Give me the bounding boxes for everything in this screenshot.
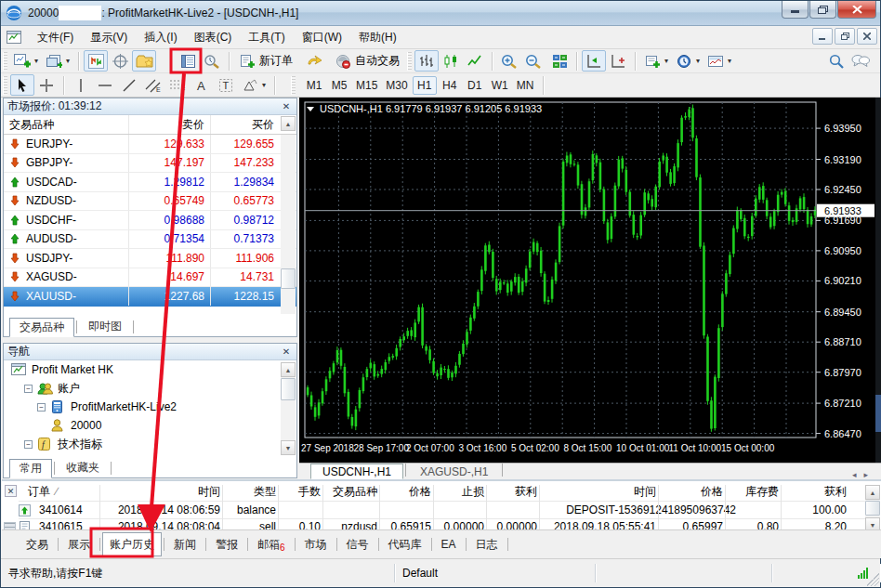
market-watch-tab[interactable]: 即时图 [79,317,131,336]
terminal-tab-3[interactable]: 新闻 [166,537,204,553]
resize-grip[interactable] [866,573,879,586]
timeframe-w1[interactable]: W1 [488,76,512,95]
market-watch-row[interactable]: XAUUSD-1227.681228.15 [4,287,296,307]
terminal-tab-8[interactable]: 代码库 [381,537,429,553]
column-header-symbol[interactable]: 交易品种 [4,115,129,134]
data-window-icon[interactable] [108,50,132,72]
navigator-header[interactable]: 导航 ✕ [4,344,296,360]
tile-windows-icon[interactable] [547,50,572,72]
market-watch-row[interactable]: GBPJPY-147.197147.233 [4,154,296,174]
menu-window[interactable]: 窗口(W) [294,26,350,49]
channel-icon[interactable]: E [141,74,165,96]
market-watch-row[interactable]: NZDUSD-0.657490.65773 [4,192,296,212]
periods-icon-caret[interactable]: ▾ [696,57,700,65]
terminal-tab-1[interactable]: 展示 [60,537,98,553]
undo-icon[interactable] [302,50,326,72]
market-watch-close-icon[interactable]: ✕ [280,101,293,111]
menu-file[interactable]: 文件(F) [29,26,82,49]
chart-shift-icon[interactable] [582,50,606,72]
minimize-button[interactable] [782,1,809,19]
terminal-tab-6[interactable]: 市场 [297,537,335,553]
profiles-icon-caret[interactable]: ▾ [66,57,70,65]
tree-item[interactable]: −账户 [4,379,282,398]
new-chart-icon-caret[interactable]: ▾ [664,57,668,65]
terminal-tab-ea[interactable]: EA [434,538,464,551]
crosshair-icon[interactable] [34,74,59,96]
market-watch-row[interactable]: USDCAD-1.298121.29834 [4,173,296,192]
fibonacci-icon[interactable]: F [165,74,190,96]
timeframe-d1[interactable]: D1 [463,76,487,95]
auto-scroll-icon[interactable] [606,50,630,72]
strategy-tester-icon[interactable] [200,50,224,72]
market-watch-row[interactable]: AUDUSD-0.713540.71373 [4,230,296,250]
navigator-tab[interactable]: 常用 [9,459,52,478]
scroll-up-icon[interactable]: ▲ [865,485,880,500]
arrows-icon[interactable] [238,74,262,96]
zoom-in-icon[interactable] [497,50,521,72]
menu-charts[interactable]: 图表(C) [186,26,241,49]
timeframe-m15[interactable]: M15 [352,76,381,95]
menu-insert[interactable]: 插入(I) [136,26,185,49]
orders-column-header[interactable]: 订单 ∕ [28,483,102,500]
market-watch-row[interactable]: EURJPY-129.633129.655 [4,135,296,154]
terminal-tab-7[interactable]: 信号 [339,537,376,553]
market-watch-row[interactable]: USDJPY-111.890111.906 [4,249,296,268]
timeframe-m1[interactable]: M1 [302,76,326,95]
restore-button[interactable] [809,1,836,19]
cursor-icon[interactable] [10,74,34,96]
profiles-icon[interactable] [42,50,66,72]
arrows-caret[interactable]: ▾ [262,81,266,89]
column-header-ask[interactable]: 买价 [211,115,278,134]
chart-tab-scroll-icons[interactable]: ◂▸ [852,470,875,479]
chart-tab[interactable]: USDCNH-,H1 [310,464,403,479]
terminal-scrollbar[interactable]: ▲ ▼ [865,485,880,532]
orders-column-header[interactable]: 获利 [454,483,537,500]
menu-help[interactable]: 帮助(H) [350,26,405,49]
new-order-button[interactable]: 新订单 [234,51,298,72]
navigator-close-icon[interactable]: ✕ [280,346,293,357]
navigator-icon[interactable] [132,50,156,72]
mdi-restore-button[interactable] [835,28,855,45]
zoom-out-icon[interactable] [521,50,546,72]
navigator-tab[interactable]: 收藏夹 [57,458,109,477]
line-chart-mode-icon[interactable] [463,50,487,72]
trendline-icon[interactable] [117,74,141,96]
templates-icon[interactable] [703,50,728,72]
scroll-up-icon[interactable]: ▲ [281,362,296,377]
candlestick-mode-icon[interactable] [439,50,463,72]
terminal-icon[interactable] [176,50,200,72]
tree-item[interactable]: −ProfitMarketHK-Live2 [4,398,282,416]
expander-icon[interactable]: − [24,440,33,449]
scroll-up-icon[interactable]: ▲ [281,116,296,131]
close-button[interactable] [837,1,876,19]
text-icon[interactable]: A [190,74,214,96]
timeframe-h1[interactable]: H1 [413,76,437,95]
chart-tab[interactable]: XAGUSD-,H1 [408,464,500,479]
market-watch-scrollbar[interactable]: ▲ ▼ [281,135,296,335]
expander-icon[interactable]: − [24,385,33,393]
order-row[interactable]: 34106142018.09.14 08:06:59balanceDEPOSIT… [19,502,865,518]
market-watch-header[interactable]: 市场报价: 01:39:12 ✕ [4,98,296,115]
timeframe-h4[interactable]: H4 [438,76,462,95]
new-chart-icon[interactable] [640,50,664,72]
price-chart[interactable]: 6.939506.931906.924506.916906.909506.902… [299,98,881,463]
timeframe-mn[interactable]: MN [513,76,538,95]
column-header-bid[interactable]: 卖价 [129,115,211,134]
autotrading-button[interactable]: 自动交易 [330,51,405,72]
timeframe-m5[interactable]: M5 [327,76,351,95]
status-profile[interactable]: Default [395,564,596,582]
search-icon[interactable] [824,50,848,72]
orders-column-header[interactable]: 获利 [763,483,847,500]
chat-icon[interactable] [848,50,873,72]
tree-item[interactable]: −f技术指标 [4,435,282,453]
terminal-tab-4[interactable]: 警报 [208,537,245,553]
terminal-tab-0[interactable]: 交易 [19,537,56,553]
terminal-close-icon[interactable]: ✕ [5,485,17,497]
bar-chart-mode-icon[interactable] [414,50,439,72]
mdi-minimize-button[interactable] [812,28,833,45]
terminal-tab-10[interactable]: 日志 [468,537,506,553]
expander-icon[interactable]: − [37,403,46,412]
market-watch-row[interactable]: XAGUSD-14.69714.731 [4,268,296,288]
vertical-line-icon[interactable] [69,74,93,96]
mdi-close-button[interactable] [857,28,877,45]
